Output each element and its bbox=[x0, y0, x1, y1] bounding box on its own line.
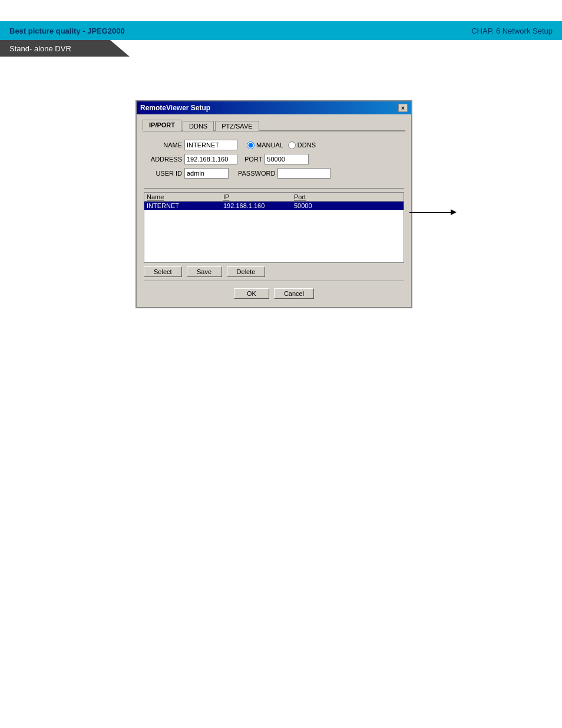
radio-manual[interactable] bbox=[247, 141, 254, 149]
dialog-content: IP/PORT DDNS PTZ/SAVE NAME MANUAL bbox=[137, 114, 411, 307]
header-left: Best picture quality - JPEG2000 bbox=[9, 27, 125, 35]
tab-ip-port[interactable]: IP/PORT bbox=[143, 120, 181, 131]
userid-input[interactable] bbox=[184, 168, 229, 179]
list-area: Name IP Port INTERNET 192.168.1.160 5000… bbox=[144, 192, 404, 263]
header-title: Best picture quality - JPEG2000 bbox=[9, 27, 125, 35]
col-ip-header: IP bbox=[223, 193, 294, 200]
address-row: ADDRESS PORT bbox=[144, 154, 404, 164]
password-label: PASSWORD bbox=[238, 170, 275, 177]
arrow-line bbox=[409, 212, 451, 213]
dialog-titlebar: RemoteViewer Setup × bbox=[137, 101, 411, 114]
name-row: NAME MANUAL DDNS bbox=[144, 140, 404, 150]
ok-cancel-row: OK Cancel bbox=[143, 286, 405, 301]
dialog-wrapper: RemoteViewer Setup × IP/PORT DDNS PTZ/SA… bbox=[135, 100, 412, 308]
close-button[interactable]: × bbox=[398, 104, 408, 112]
port-label: PORT bbox=[244, 156, 262, 163]
action-buttons-row: Select Save Delete bbox=[143, 266, 405, 277]
list-name-cell: INTERNET bbox=[147, 202, 223, 209]
divider2 bbox=[144, 281, 404, 281]
tab-ddns[interactable]: DDNS bbox=[183, 121, 214, 131]
col-name-header: Name bbox=[147, 193, 223, 200]
radio-ddns-option[interactable]: DDNS bbox=[288, 141, 316, 149]
list-ip-cell: 192.168.1.160 bbox=[223, 202, 294, 209]
divider bbox=[144, 188, 404, 189]
cancel-button[interactable]: Cancel bbox=[274, 288, 314, 299]
radio-manual-option[interactable]: MANUAL bbox=[247, 141, 283, 149]
address-label: ADDRESS bbox=[144, 156, 182, 163]
list-port-cell: 50000 bbox=[294, 202, 329, 209]
dialog-title: RemoteViewer Setup bbox=[140, 104, 210, 112]
name-input[interactable] bbox=[184, 140, 237, 150]
address-input[interactable] bbox=[184, 154, 237, 164]
list-row[interactable]: INTERNET 192.168.1.160 50000 bbox=[144, 202, 404, 210]
ok-button[interactable]: OK bbox=[234, 288, 269, 299]
port-input[interactable] bbox=[265, 154, 309, 164]
radio-manual-label: MANUAL bbox=[256, 141, 283, 149]
userid-label: USER ID bbox=[144, 170, 182, 177]
tab-ptz-save[interactable]: PTZ/SAVE bbox=[215, 121, 259, 131]
remote-viewer-dialog: RemoteViewer Setup × IP/PORT DDNS PTZ/SA… bbox=[135, 100, 412, 308]
arrow-head bbox=[451, 209, 457, 215]
userid-row: USER ID PASSWORD bbox=[144, 168, 404, 179]
radio-ddns[interactable] bbox=[288, 141, 296, 149]
col-port-header: Port bbox=[294, 193, 329, 200]
name-label: NAME bbox=[144, 141, 182, 149]
radio-ddns-label: DDNS bbox=[297, 141, 316, 149]
arrow-annotation bbox=[409, 209, 457, 215]
password-input[interactable] bbox=[277, 168, 330, 179]
header-right: CHAP. 6 Network Setup bbox=[471, 27, 553, 35]
header-bar: Best picture quality - JPEG2000 CHAP. 6 … bbox=[0, 21, 562, 40]
tab-bar: IP/PORT DDNS PTZ/SAVE bbox=[143, 119, 405, 131]
save-button[interactable]: Save bbox=[187, 266, 222, 277]
select-button[interactable]: Select bbox=[144, 266, 182, 277]
sub-header-label: Stand- alone DVR bbox=[9, 44, 71, 53]
radio-group: MANUAL DDNS bbox=[247, 141, 316, 149]
sub-header: Stand- alone DVR bbox=[0, 40, 130, 57]
delete-button[interactable]: Delete bbox=[227, 266, 266, 277]
form-section: NAME MANUAL DDNS AD bbox=[143, 137, 405, 185]
list-header: Name IP Port bbox=[144, 193, 404, 202]
